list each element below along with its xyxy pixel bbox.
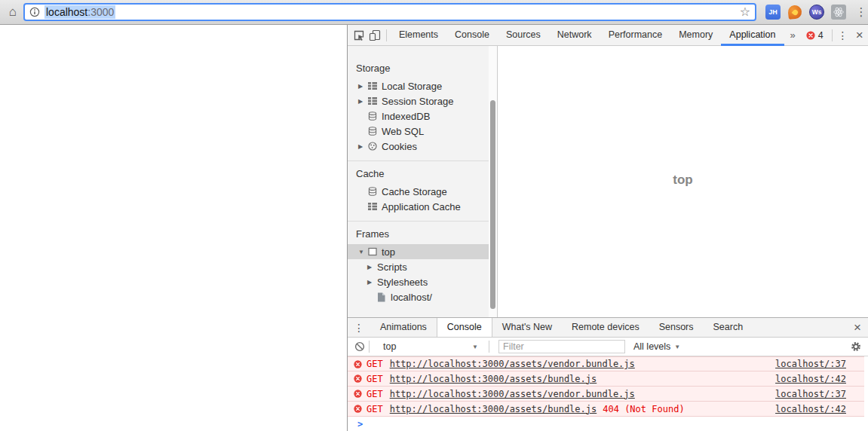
item-label: Session Storage bbox=[382, 96, 453, 107]
expand-arrow-icon[interactable]: ▶ bbox=[358, 143, 367, 150]
drawer-tab-sensors[interactable]: Sensors bbox=[649, 318, 704, 337]
drawer-tab-animations[interactable]: Animations bbox=[370, 318, 437, 337]
console-input-row[interactable]: > bbox=[348, 417, 864, 431]
database-icon bbox=[368, 112, 377, 121]
console-error-row[interactable]: GET http://localhost:3000/assets/bundle.… bbox=[348, 371, 864, 387]
tab-sources[interactable]: Sources bbox=[498, 25, 549, 46]
tab-application[interactable]: Application bbox=[721, 25, 784, 46]
sidebar-item-session-storage[interactable]: ▶ Session Storage bbox=[348, 93, 497, 109]
clear-console-icon[interactable] bbox=[354, 341, 365, 352]
devtools-tabbar: Elements Console Sources Network Perform… bbox=[348, 25, 868, 46]
section-title: Frames bbox=[348, 229, 497, 240]
more-tabs-icon[interactable]: » bbox=[784, 29, 802, 41]
http-method: GET bbox=[367, 389, 383, 399]
sidebar-scrollbar-thumb[interactable] bbox=[490, 100, 495, 309]
table-icon bbox=[368, 202, 377, 211]
sidebar-item-localhost-document[interactable]: localhost/ bbox=[348, 289, 497, 304]
devtools-close-icon[interactable]: × bbox=[851, 28, 868, 43]
error-count-badge[interactable]: 4 bbox=[802, 30, 828, 41]
console-prompt-icon: > bbox=[357, 419, 363, 429]
sidebar-item-local-storage[interactable]: ▶ Local Storage bbox=[348, 78, 497, 93]
tab-memory[interactable]: Memory bbox=[670, 25, 721, 46]
http-method: GET bbox=[367, 359, 383, 369]
error-icon bbox=[354, 374, 362, 383]
console-error-row[interactable]: GET http://localhost:3000/assets/bundle.… bbox=[348, 402, 864, 417]
source-location-link[interactable]: localhost/:37 bbox=[775, 359, 846, 369]
expand-arrow-icon[interactable]: ▶ bbox=[367, 279, 376, 286]
database-icon bbox=[368, 187, 377, 196]
device-toolbar-icon[interactable] bbox=[367, 26, 382, 45]
section-storage: Storage ▶ Local Storage ▶ Session Storag… bbox=[348, 46, 497, 154]
frame-icon bbox=[368, 247, 377, 256]
devtools-menu-icon[interactable]: ⋮ bbox=[836, 29, 850, 41]
dropdown-arrow-icon: ▼ bbox=[674, 344, 680, 350]
status-text: 404 (Not Found) bbox=[603, 404, 684, 414]
sidebar-item-web-sql[interactable]: Web SQL bbox=[348, 124, 497, 139]
address-bar[interactable]: localhost:3000 ☆ bbox=[23, 3, 756, 21]
table-icon bbox=[368, 81, 377, 90]
page-content bbox=[0, 25, 348, 431]
source-location-link[interactable]: localhost/:42 bbox=[775, 374, 846, 384]
console-filter-input[interactable] bbox=[498, 340, 625, 353]
sidebar-item-indexeddb[interactable]: IndexedDB bbox=[348, 109, 497, 124]
browser-menu-icon[interactable]: ⋮ bbox=[855, 5, 867, 19]
extension-orange-icon[interactable] bbox=[787, 5, 802, 20]
extension-jh-icon[interactable]: JH bbox=[765, 5, 781, 20]
extension-ws-icon[interactable]: Ws bbox=[809, 5, 824, 20]
console-error-row[interactable]: GET http://localhost:3000/assets/vendor.… bbox=[348, 356, 864, 371]
collapse-arrow-icon[interactable]: ▼ bbox=[358, 249, 367, 255]
item-label: Local Storage bbox=[382, 81, 442, 92]
drawer-menu-icon[interactable]: ⋮ bbox=[348, 318, 370, 337]
item-label: Cache Storage bbox=[382, 186, 447, 197]
tab-console[interactable]: Console bbox=[446, 25, 498, 46]
http-method: GET bbox=[367, 374, 383, 384]
expand-arrow-icon[interactable]: ▶ bbox=[358, 98, 367, 105]
console-settings-icon[interactable] bbox=[851, 341, 861, 352]
home-icon[interactable]: ⌂ bbox=[4, 3, 22, 21]
source-location-link[interactable]: localhost/:37 bbox=[775, 389, 846, 399]
request-url-link[interactable]: http://localhost:3000/assets/bundle.js bbox=[390, 374, 597, 384]
expand-arrow-icon[interactable]: ▶ bbox=[358, 83, 367, 90]
request-url-link[interactable]: http://localhost:3000/assets/bundle.js bbox=[390, 404, 597, 414]
request-url-link[interactable]: http://localhost:3000/assets/vendor.bund… bbox=[390, 359, 635, 369]
sidebar-item-stylesheets[interactable]: ▶ Stylesheets bbox=[348, 274, 497, 289]
document-icon bbox=[377, 292, 386, 301]
section-title: Cache bbox=[348, 169, 497, 179]
tab-performance[interactable]: Performance bbox=[600, 25, 671, 46]
tab-network[interactable]: Network bbox=[549, 25, 600, 46]
tab-elements[interactable]: Elements bbox=[391, 25, 446, 46]
frame-preview-pane: top bbox=[498, 46, 868, 317]
console-error-row[interactable]: GET http://localhost:3000/assets/vendor.… bbox=[348, 387, 864, 402]
drawer-close-icon[interactable]: × bbox=[847, 318, 868, 337]
sidebar-scrollbar-track[interactable] bbox=[489, 46, 497, 317]
drawer-tab-search[interactable]: Search bbox=[704, 318, 753, 337]
sidebar-item-application-cache[interactable]: Application Cache bbox=[348, 199, 497, 214]
drawer-tab-whats-new[interactable]: What's New bbox=[492, 318, 562, 337]
table-icon bbox=[368, 96, 377, 105]
item-label: Web SQL bbox=[382, 126, 424, 137]
sidebar-item-frame-top[interactable]: ▼ top bbox=[348, 244, 497, 259]
frame-title: top bbox=[498, 173, 868, 188]
drawer-tab-console[interactable]: Console bbox=[437, 318, 492, 337]
console-toolbar: top ▼ All levels ▼ bbox=[348, 338, 868, 356]
request-url-link[interactable]: http://localhost:3000/assets/vendor.bund… bbox=[390, 389, 635, 399]
sidebar-item-cache-storage[interactable]: Cache Storage bbox=[348, 184, 497, 199]
item-label: localhost/ bbox=[391, 292, 432, 303]
url-text[interactable]: localhost:3000 bbox=[44, 5, 115, 19]
error-icon bbox=[354, 405, 362, 413]
flame-shape bbox=[791, 8, 799, 16]
extension-react-icon[interactable] bbox=[831, 5, 846, 20]
item-label: Cookies bbox=[382, 141, 417, 152]
drawer-tab-remote-devices[interactable]: Remote devices bbox=[562, 318, 649, 337]
page-info-icon[interactable] bbox=[29, 7, 40, 17]
sidebar-item-cookies[interactable]: ▶ Cookies bbox=[348, 139, 497, 154]
inspect-element-icon[interactable] bbox=[351, 26, 367, 45]
sidebar-item-scripts[interactable]: ▶ Scripts bbox=[348, 259, 497, 274]
error-count: 4 bbox=[818, 30, 824, 41]
expand-arrow-icon[interactable]: ▶ bbox=[367, 264, 376, 271]
log-level-selector[interactable]: All levels ▼ bbox=[633, 341, 680, 352]
execution-context-selector[interactable]: top ▼ bbox=[373, 341, 485, 352]
source-location-link[interactable]: localhost/:42 bbox=[775, 404, 846, 414]
dropdown-arrow-icon: ▼ bbox=[472, 344, 478, 350]
bookmark-star-icon[interactable]: ☆ bbox=[740, 5, 750, 19]
